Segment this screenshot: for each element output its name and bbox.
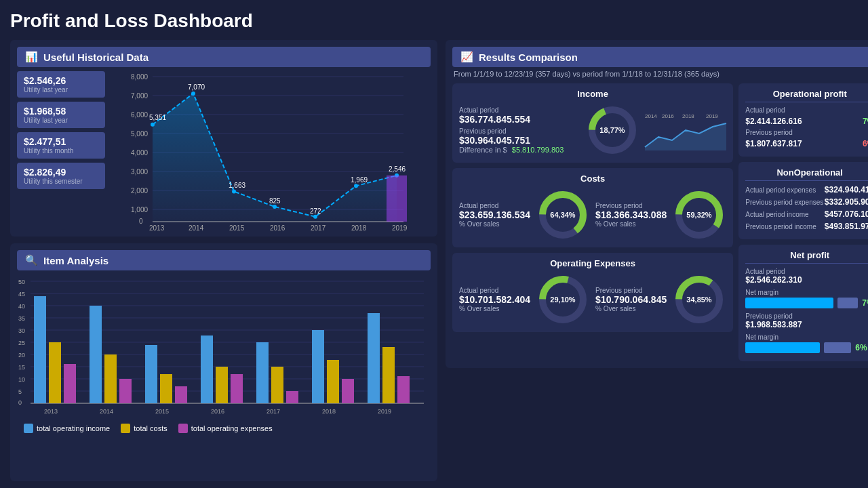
svg-text:2,546: 2,546 xyxy=(389,165,406,173)
svg-text:2014: 2014 xyxy=(100,408,113,415)
svg-text:2019: 2019 xyxy=(378,408,391,415)
svg-point-21 xyxy=(232,189,236,193)
legend-income: total operating income xyxy=(24,424,110,433)
income-values: Actual period $36.774.845.554 Previous p… xyxy=(459,106,580,154)
op-actual-row: Actual period xyxy=(745,106,868,114)
svg-point-23 xyxy=(313,215,317,219)
historical-section: 📊 Useful Historical Data $2.546,26 Utili… xyxy=(10,40,437,237)
operating-expenses-card: Operating Expenses Actual period $10.701… xyxy=(452,253,733,332)
stat-cards: $2.546,26 Utility last year $1.968,58 Ut… xyxy=(17,71,105,230)
svg-text:6,000: 6,000 xyxy=(131,111,148,119)
operating-donut-2: 34,85% xyxy=(672,272,726,327)
svg-rect-81 xyxy=(286,391,298,403)
svg-text:2017: 2017 xyxy=(311,224,326,232)
net-bar-2-blue xyxy=(745,342,820,353)
results-header: 📈 Results Comparison xyxy=(452,47,868,67)
nonoperational-title: NonOperational xyxy=(745,167,868,181)
svg-text:29,10%: 29,10% xyxy=(550,296,576,304)
svg-text:2016: 2016 xyxy=(270,224,285,232)
svg-text:5: 5 xyxy=(18,388,22,395)
svg-text:2016: 2016 xyxy=(662,113,674,119)
svg-text:25: 25 xyxy=(18,340,25,346)
svg-text:15: 15 xyxy=(18,364,25,371)
costs-donut-2: 59,32% xyxy=(672,188,726,242)
operational-profit-title: Operational profit xyxy=(745,89,868,102)
svg-rect-88 xyxy=(382,347,395,403)
costs-values: Actual period $23.659.136.534 % Over sal… xyxy=(459,202,530,228)
op-actual-pct: 7% xyxy=(863,117,868,126)
svg-text:2016: 2016 xyxy=(211,408,224,415)
svg-rect-85 xyxy=(342,379,354,403)
svg-text:7,070: 7,070 xyxy=(188,83,205,91)
net-bar-2-pct: 6% xyxy=(855,343,867,352)
item-analysis-title: Item Analysis xyxy=(43,255,108,266)
op-prev-pct: 6% xyxy=(863,139,868,148)
svg-text:2014: 2014 xyxy=(645,113,657,119)
income-card: Income Actual period $36.774.845.554 Pre… xyxy=(452,83,733,163)
svg-rect-72 xyxy=(160,374,172,403)
net-profit-card: Net profit Actual period $2.546.262.310 … xyxy=(738,245,868,361)
svg-text:4,000: 4,000 xyxy=(131,149,148,157)
svg-rect-83 xyxy=(312,330,324,403)
svg-rect-64 xyxy=(49,342,61,403)
svg-text:2015: 2015 xyxy=(229,224,245,232)
costs-donut-1: 64,34% xyxy=(536,188,590,242)
svg-rect-87 xyxy=(368,313,380,403)
costs-card: Costs Actual period $23.659.136.534 % Ov… xyxy=(452,168,733,247)
svg-marker-94 xyxy=(645,123,726,150)
svg-text:2019: 2019 xyxy=(392,224,408,232)
svg-rect-65 xyxy=(64,364,76,403)
svg-text:2018: 2018 xyxy=(682,113,694,119)
svg-rect-33 xyxy=(387,176,407,222)
svg-point-22 xyxy=(273,205,277,209)
net-profit-title: Net profit xyxy=(745,250,868,264)
svg-text:1,663: 1,663 xyxy=(229,182,245,189)
svg-text:30: 30 xyxy=(18,327,25,334)
svg-text:50: 50 xyxy=(18,279,25,285)
svg-text:0: 0 xyxy=(18,399,22,406)
stat-card-3: $2.477,51 Utility this month xyxy=(17,132,105,159)
page-title: Profit and Loss Dashboard xyxy=(10,10,858,32)
svg-text:40: 40 xyxy=(18,303,25,310)
svg-rect-89 xyxy=(397,376,410,403)
svg-text:18,77%: 18,77% xyxy=(600,126,626,134)
legend-expenses: total operating expenses xyxy=(178,424,273,433)
svg-point-24 xyxy=(354,184,358,188)
svg-rect-69 xyxy=(119,379,132,403)
op-previous-row: Previous period xyxy=(745,129,868,136)
operational-profit-card: Operational profit Actual period $2.414.… xyxy=(738,83,868,157)
svg-text:34,85%: 34,85% xyxy=(687,296,713,304)
svg-text:1,969: 1,969 xyxy=(351,176,368,184)
operating-title: Operating Expenses xyxy=(459,258,726,268)
svg-text:2013: 2013 xyxy=(44,408,58,415)
svg-rect-84 xyxy=(327,360,339,403)
nonoperational-card: NonOperational Actual period expenses $3… xyxy=(738,162,868,239)
results-section: 📈 Results Comparison From 1/1/19 to 12/2… xyxy=(446,40,868,368)
income-donut: 18,77% xyxy=(585,103,639,157)
historical-title: Useful Historical Data xyxy=(43,52,149,63)
stat-card-1: $2.546,26 Utility last year xyxy=(17,71,105,98)
chart-legend: total operating income total costs total… xyxy=(17,424,431,433)
svg-text:10: 10 xyxy=(18,376,25,383)
income-title: Income xyxy=(459,89,726,99)
net-bar-1-blue xyxy=(745,298,833,308)
svg-text:45: 45 xyxy=(18,291,25,298)
net-bar-2-gray xyxy=(824,342,851,353)
svg-rect-71 xyxy=(145,345,157,403)
svg-text:5,351: 5,351 xyxy=(149,114,166,121)
svg-text:2015: 2015 xyxy=(155,408,169,415)
svg-text:7,000: 7,000 xyxy=(131,92,148,100)
results-title: Results Comparison xyxy=(479,52,578,63)
svg-text:5,000: 5,000 xyxy=(131,130,148,138)
item-analysis-section: 🔍 Item Analysis 50 45 40 35 30 25 20 15 … xyxy=(10,243,437,481)
svg-text:2,000: 2,000 xyxy=(131,187,148,195)
svg-text:2019: 2019 xyxy=(706,113,718,119)
svg-rect-75 xyxy=(201,336,213,403)
magnify-icon: 🔍 xyxy=(25,254,38,266)
svg-rect-80 xyxy=(271,367,283,403)
operating-values: Actual period $10.701.582.404 % Over sal… xyxy=(459,287,530,312)
stat-card-4: $2.826,49 Utility this semester xyxy=(17,163,105,189)
svg-text:825: 825 xyxy=(269,197,281,205)
svg-text:1,000: 1,000 xyxy=(131,206,148,214)
svg-rect-67 xyxy=(90,306,102,403)
